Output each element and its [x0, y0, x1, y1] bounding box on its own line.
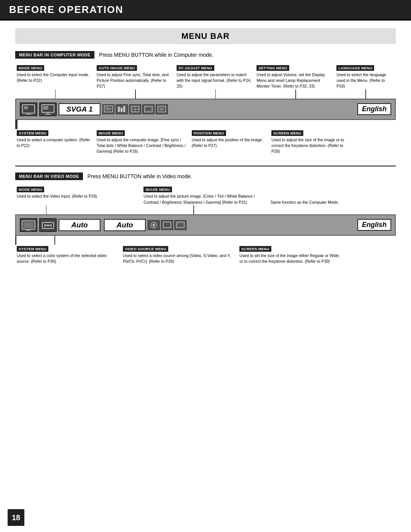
vid-icon3 — [174, 220, 186, 230]
comp-top-desc-autoimage: AUTO IMAGE MENU Used to adjust Fine sync… — [95, 64, 175, 89]
pc-adjust-bar-icon — [116, 104, 128, 114]
svg-rect-34 — [163, 222, 171, 228]
vid-same-function: Same function as the Computer Mode. — [269, 185, 396, 205]
language-menu-tag: LANGUAGE MENU — [336, 65, 374, 71]
vid-auto-label1: Auto — [59, 219, 100, 231]
vid-bottom-desc-videosource: VIDEO SOURCE MENU Used to select a video… — [121, 245, 238, 264]
autoimage-menu-tag: AUTO IMAGE MENU — [97, 65, 137, 71]
position-menu-tag: POSITION MENU — [192, 130, 226, 136]
tv-icon — [20, 218, 37, 232]
video-mode-badge: MENU BAR IN VIDEO MODE — [15, 173, 83, 180]
svg-rect-13 — [121, 108, 123, 112]
comp-bottom-desc-screen: SCREEN MENU Used to adjust the size of t… — [270, 129, 350, 155]
vid-bar-icons — [148, 220, 186, 230]
vid-videosource-menu-desc: Used to select a video source among [Vid… — [123, 253, 236, 264]
setting-bar-icon — [156, 104, 168, 114]
screen-bar-icon — [142, 104, 155, 114]
vid-system-menu-desc: Used to select a color system of the sel… — [17, 253, 120, 264]
vid-system-menu-tag: SYSTEM MENU — [17, 246, 48, 252]
svg-point-33 — [153, 224, 155, 226]
comp-english-label: English — [357, 103, 391, 115]
vid-icon2 — [161, 220, 173, 230]
vid-top-desc-image: IMAGE MENU Used to adjust the picture im… — [142, 185, 269, 205]
vid-auto-label2: Auto — [104, 219, 146, 231]
svg-point-30 — [47, 224, 49, 227]
language-menu-desc: Used to select the language used in the … — [336, 72, 394, 89]
image-menu-tag: IMAGE MENU — [97, 130, 125, 136]
screen-menu-desc: Used to adjust the size of the image or … — [271, 137, 348, 155]
vid-screen-menu-desc: Used to set the size of the image either… — [239, 253, 342, 264]
comp-bar-icons — [102, 104, 168, 114]
comp-bottom-desc-system: SYSTEM MENU Used to select a computer sy… — [15, 129, 95, 155]
position-menu-desc: Used to adjust the position of the image… — [192, 137, 269, 149]
vid-image-menu-tag: IMAGE MENU — [143, 187, 172, 192]
computer-icon — [39, 102, 57, 116]
vid-screen-menu-tag: SCREEN MENU — [239, 246, 271, 252]
vid-videosource-menu-tag: VIDEO SOURCE MENU — [123, 246, 168, 252]
system-menu-tag: SYSTEM MENU — [17, 130, 48, 136]
svg-point-31 — [49, 224, 52, 227]
mode-menu-desc: Used to select the Computer input mode. … — [17, 72, 94, 83]
svg-rect-27 — [23, 222, 34, 228]
vid-top-desc-mode: MODE MENU Used to select the Video input… — [15, 185, 101, 205]
vid-mode-menu-tag: MODE MENU — [17, 187, 44, 192]
video-mode-desc: Press MENU BUTTON while in Video mode. — [88, 173, 192, 179]
page-header: BEFORE OPERATION — [0, 0, 411, 21]
svg-rect-8 — [104, 106, 113, 112]
vid-bottom-desc-system: SYSTEM MENU Used to select a color syste… — [15, 245, 121, 264]
computer-mode-bar: SVGA 1 — [15, 99, 396, 120]
vid-mode-menu-desc: Used to select the Video input. (Refer t… — [17, 193, 99, 199]
svg-rect-14 — [123, 106, 125, 112]
section-title: MENU BAR — [15, 28, 396, 44]
comp-top-desc-mode: MODE MENU Used to select the Computer in… — [15, 64, 95, 89]
svg-rect-36 — [178, 223, 183, 227]
svg-rect-12 — [118, 107, 120, 112]
comp-bottom-desc-position: POSITION MENU Used to adjust the positio… — [190, 129, 270, 155]
comp-top-desc-pcadjust: PC ADJUST MENU Used to adjust the parame… — [175, 64, 255, 89]
system-menu-desc: Used to select a computer system. (Refer… — [17, 137, 94, 149]
vid-same-function-text: Same function as the Computer Mode. — [271, 200, 339, 205]
mode-menu-tag: MODE MENU — [17, 65, 44, 71]
video-mode-label: MENU BAR IN VIDEO MODE Press MENU BUTTON… — [15, 173, 396, 180]
svg-rect-19 — [146, 107, 151, 111]
mode-icon — [20, 102, 37, 116]
computer-mode-label: MENU BAR IN COMPUTER MODE Press MENU BUT… — [15, 51, 396, 59]
computer-mode-desc: Press MENU BUTTON while in Computer mode… — [99, 52, 213, 58]
comp-top-desc-setting: SETTING MENU Used to adjust Volume, set … — [255, 64, 335, 89]
vid-bottom-desc-screen: SCREEN MENU Used to set the size of the … — [238, 245, 344, 264]
screen-menu-tag: SCREEN MENU — [271, 130, 303, 136]
svga-label: SVGA 1 — [59, 103, 100, 115]
comp-top-desc-language: LANGUAGE MENU Used to select the languag… — [335, 64, 396, 89]
vid-icon1 — [148, 220, 160, 230]
svg-rect-3 — [24, 106, 28, 109]
comp-bottom-desc-image: IMAGE MENU Used to adjust the computer i… — [95, 129, 190, 155]
page-number: 18 — [8, 509, 24, 526]
svg-point-29 — [44, 224, 46, 227]
auto-image-bar-icon — [102, 104, 115, 114]
video-mode-bar: Auto Auto English — [15, 214, 396, 236]
page-title: BEFORE OPERATION — [9, 4, 123, 16]
image-menu-desc: Used to adjust the computer image. [Fine… — [97, 137, 189, 155]
autoimage-menu-desc: Used to adjust Fine sync, Total dots, an… — [97, 72, 174, 89]
setting-menu-desc: Used to adjust Volume, set the Display M… — [256, 72, 333, 89]
vid-image-menu-desc: Used to adjust the picture image. [Color… — [143, 193, 267, 205]
pcadjust-menu-tag: PC ADJUST MENU — [177, 65, 214, 71]
vid-english-label: English — [357, 219, 391, 231]
setting-menu-tag: SETTING MENU — [256, 65, 289, 71]
pcadjust-menu-desc: Used to adjust the parameters to match w… — [177, 72, 253, 89]
computer-mode-badge: MENU BAR IN COMPUTER MODE — [15, 51, 94, 59]
video-connector-icon — [39, 218, 57, 232]
position-bar-icon — [129, 104, 141, 114]
svg-rect-7 — [43, 106, 48, 110]
